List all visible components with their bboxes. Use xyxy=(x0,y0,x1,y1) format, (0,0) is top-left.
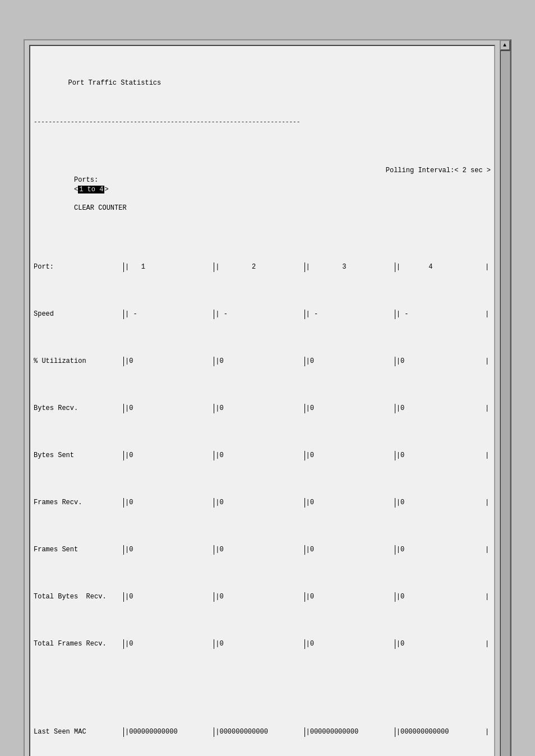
header-port-label: Port: xyxy=(34,262,123,272)
frames-recv-col1: |0 xyxy=(123,498,214,508)
total-bytes-recv-end: | xyxy=(485,592,491,602)
ports-range-highlighted[interactable]: 1 to 4 xyxy=(78,186,104,193)
bytes-sent-col3: |0 xyxy=(305,451,395,460)
header-end: | xyxy=(485,262,491,272)
total-bytes-recv-col4: |0 xyxy=(395,592,485,602)
speed-col3: | - xyxy=(305,310,395,319)
total-bytes-recv-label: Total Bytes Recv. xyxy=(34,592,123,602)
bytes-sent-col2: |0 xyxy=(214,451,304,460)
speed-end: | xyxy=(485,310,491,319)
separator-line: ----------------------------------------… xyxy=(34,118,491,126)
total-frames-recv-col1: |0 xyxy=(123,639,214,649)
last-mac-label: Last Seen MAC xyxy=(34,727,123,737)
frames-sent-label: Frames Sent xyxy=(34,545,123,555)
speed-col4: | - xyxy=(395,310,485,319)
total-frames-recv-end: | xyxy=(485,639,491,649)
last-mac-end: | xyxy=(485,727,491,737)
total-bytes-recv-col2: |0 xyxy=(214,592,304,602)
total-bytes-recv-col1: |0 xyxy=(123,592,214,602)
header-col4: | 4 xyxy=(395,262,485,272)
ports-range-end: > xyxy=(104,186,108,193)
bytes-recv-label: Bytes Recv. xyxy=(34,404,123,413)
frames-recv-label: Frames Recv. xyxy=(34,498,123,508)
last-mac-col4: |000000000000 xyxy=(395,727,485,737)
last-mac-col1: |000000000000 xyxy=(123,727,214,737)
row-bytes-recv: Bytes Recv. |0 |0 |0 |0 | xyxy=(34,404,491,413)
bytes-recv-col4: |0 xyxy=(395,404,485,413)
bytes-sent-col4: |0 xyxy=(395,451,485,460)
title-text: Port Traffic Statistics xyxy=(68,79,162,87)
last-mac-col3: |000000000000 xyxy=(305,727,395,737)
util-end: | xyxy=(485,357,491,366)
row-total-bytes-recv: Total Bytes Recv. |0 |0 |0 |0 | xyxy=(34,592,491,602)
bytes-recv-col2: |0 xyxy=(214,404,304,413)
util-col1: |0 xyxy=(123,357,214,366)
total-frames-recv-col3: |0 xyxy=(305,639,395,649)
header-col3: | 3 xyxy=(305,262,395,272)
frames-sent-end: | xyxy=(485,545,491,555)
speed-label: Speed xyxy=(34,310,123,319)
bytes-recv-end: | xyxy=(485,404,491,413)
util-col4: |0 xyxy=(395,357,485,366)
scroll-track[interactable] xyxy=(500,50,510,756)
util-col3: |0 xyxy=(305,357,395,366)
ports-left: Ports: <1 to 4> CLEAR COUNTER xyxy=(34,166,127,223)
header-row: Port: | 1 | 2 | 3 | 4 | xyxy=(34,262,491,272)
bytes-sent-col1: |0 xyxy=(123,451,214,460)
title-row: Port Traffic Statistics xyxy=(34,70,491,98)
row-total-frames-recv: Total Frames Recv. |0 |0 |0 |0 | xyxy=(34,639,491,649)
frames-sent-col4: |0 xyxy=(395,545,485,555)
header-col2: | 2 xyxy=(214,262,304,272)
frames-recv-col3: |0 xyxy=(305,498,395,508)
frames-recv-col2: |0 xyxy=(214,498,304,508)
bytes-sent-end: | xyxy=(485,451,491,460)
spacer-row xyxy=(34,686,491,690)
total-frames-recv-label: Total Frames Recv. xyxy=(34,639,123,649)
frames-sent-col3: |0 xyxy=(305,545,395,555)
total-bytes-recv-col3: |0 xyxy=(305,592,395,602)
terminal-content: Port Traffic Statistics ----------------… xyxy=(29,45,495,756)
total-frames-recv-col2: |0 xyxy=(214,639,304,649)
polling-interval: Polling Interval:< 2 sec > xyxy=(386,166,491,223)
row-utilization: % Utilization |0 |0 |0 |0 | xyxy=(34,357,491,366)
bytes-recv-col1: |0 xyxy=(123,404,214,413)
util-col2: |0 xyxy=(214,357,304,366)
ports-bar: Ports: <1 to 4> CLEAR COUNTER Polling In… xyxy=(34,166,491,223)
frames-sent-col1: |0 xyxy=(123,545,214,555)
scroll-up-button[interactable]: ▲ xyxy=(500,40,510,50)
frames-sent-col2: |0 xyxy=(214,545,304,555)
ports-label: Ports: xyxy=(74,176,98,184)
row-bytes-sent: Bytes Sent |0 |0 |0 |0 | xyxy=(34,451,491,460)
util-label: % Utilization xyxy=(34,357,123,366)
row-frames-recv: Frames Recv. |0 |0 |0 |0 | xyxy=(34,498,491,508)
scrollbar-right: ▲ ▼ xyxy=(500,40,510,756)
clear-counter-button[interactable]: CLEAR COUNTER xyxy=(74,204,127,212)
row-speed: Speed | - | - | - | - | xyxy=(34,310,491,319)
last-mac-col2: |000000000000 xyxy=(214,727,304,737)
speed-col1: | - xyxy=(123,310,214,319)
frames-recv-col4: |0 xyxy=(395,498,485,508)
header-col1: | 1 xyxy=(123,262,214,272)
bytes-sent-label: Bytes Sent xyxy=(34,451,123,460)
terminal-window: ▲ ▼ Port Traffic Statistics ------------… xyxy=(24,39,511,756)
bytes-recv-col3: |0 xyxy=(305,404,395,413)
speed-col2: | - xyxy=(214,310,304,319)
frames-recv-end: | xyxy=(485,498,491,508)
outer-frame: ▲ ▼ Port Traffic Statistics ------------… xyxy=(0,0,535,756)
row-last-seen-mac: Last Seen MAC |000000000000 |00000000000… xyxy=(34,727,491,737)
row-frames-sent: Frames Sent |0 |0 |0 |0 | xyxy=(34,545,491,555)
total-frames-recv-col4: |0 xyxy=(395,639,485,649)
